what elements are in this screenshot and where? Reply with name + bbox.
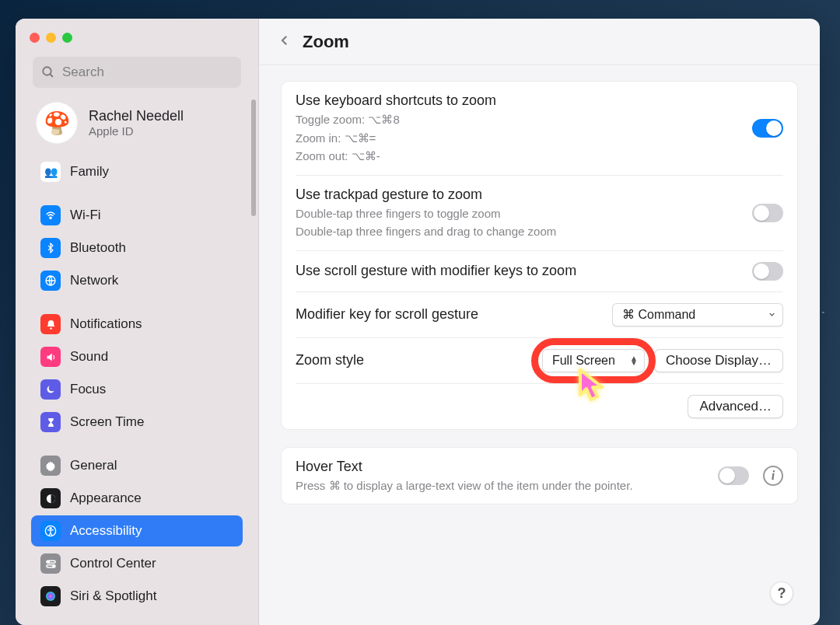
svg-point-10 bbox=[47, 560, 49, 562]
sidebar-item-accessibility[interactable]: Accessibility bbox=[31, 515, 243, 546]
gear-icon bbox=[40, 456, 61, 476]
sidebar: 🍄 Rachel Needell Apple ID 👥 Family Wi-Fi bbox=[16, 19, 259, 625]
search-input[interactable] bbox=[33, 57, 241, 88]
row-trackpad-gesture: Use trackpad gesture to zoom Double-tap … bbox=[296, 176, 783, 251]
close-window-button[interactable] bbox=[30, 33, 40, 43]
row-desc: Press ⌘ to display a large-text view of … bbox=[296, 478, 633, 494]
row-advanced: Advanced… bbox=[296, 384, 783, 429]
svg-point-2 bbox=[50, 217, 51, 218]
sidebar-item-label: Sound bbox=[70, 349, 108, 365]
row-title: Use trackpad gesture to zoom bbox=[296, 187, 556, 203]
accessibility-icon bbox=[40, 521, 61, 541]
row-desc: Double-tap three fingers to toggle zoom bbox=[296, 206, 556, 222]
choose-display-button[interactable]: Choose Display… bbox=[654, 349, 783, 372]
keyboard-shortcuts-toggle[interactable] bbox=[752, 119, 783, 138]
row-desc: Double-tap three fingers and drag to cha… bbox=[296, 224, 556, 239]
hover-text-card: Hover Text Press ⌘ to display a large-te… bbox=[281, 447, 798, 505]
svg-line-1 bbox=[50, 74, 53, 77]
sidebar-item-label: Family bbox=[70, 164, 109, 180]
scroll-gesture-toggle[interactable] bbox=[752, 262, 783, 281]
sidebar-item-siri[interactable]: Siri & Spotlight bbox=[31, 581, 243, 612]
trackpad-gesture-toggle[interactable] bbox=[752, 204, 783, 222]
row-desc: Toggle zoom: ⌥⌘8 bbox=[296, 112, 496, 127]
modifier-key-select[interactable]: ⌘ Command bbox=[612, 303, 783, 326]
sidebar-item-label: Accessibility bbox=[70, 523, 142, 539]
sidebar-item-label: Focus bbox=[70, 382, 106, 397]
advanced-button[interactable]: Advanced… bbox=[688, 395, 783, 418]
search-icon bbox=[41, 65, 55, 82]
family-icon: 👥 bbox=[40, 162, 61, 182]
siri-icon bbox=[40, 586, 61, 606]
sidebar-item-controlcenter[interactable]: Control Center bbox=[31, 548, 243, 579]
titlebar: Zoom bbox=[259, 19, 820, 65]
zoom-style-select[interactable]: Full Screen ▲▼ bbox=[542, 349, 645, 372]
chevron-down-icon bbox=[768, 308, 776, 322]
sidebar-item-label: Screen Time bbox=[70, 414, 144, 430]
select-value: ⌘ Command bbox=[622, 307, 695, 322]
fullscreen-window-button[interactable] bbox=[62, 33, 72, 43]
sidebar-item-general[interactable]: General bbox=[31, 450, 243, 481]
bell-icon bbox=[40, 314, 61, 334]
row-title: Zoom style bbox=[296, 352, 533, 368]
back-button[interactable] bbox=[278, 32, 292, 52]
row-keyboard-shortcuts: Use keyboard shortcuts to zoom Toggle zo… bbox=[296, 82, 783, 176]
sidebar-item-wifi[interactable]: Wi-Fi bbox=[31, 200, 243, 231]
row-zoom-style: Zoom style Full Screen ▲▼ Choose Display… bbox=[296, 338, 783, 384]
sidebar-item-notifications[interactable]: Notifications bbox=[31, 309, 243, 340]
sidebar-scrollbar[interactable] bbox=[251, 100, 256, 216]
row-scroll-gesture: Use scroll gesture with modifier keys to… bbox=[296, 251, 783, 292]
zoom-settings-card: Use keyboard shortcuts to zoom Toggle zo… bbox=[281, 81, 798, 430]
sidebar-item-label: Notifications bbox=[70, 316, 142, 332]
wifi-icon bbox=[40, 205, 61, 225]
sidebar-item-label: General bbox=[70, 458, 117, 473]
sidebar-item-family[interactable]: 👥 Family bbox=[31, 156, 243, 187]
sidebar-item-label: Wi-Fi bbox=[70, 208, 101, 223]
sidebar-item-sound[interactable]: Sound bbox=[31, 341, 243, 372]
sidebar-list: 👥 Family Wi-Fi Bluetooth Netwo bbox=[25, 156, 249, 612]
sidebar-item-appearance[interactable]: Appearance bbox=[31, 483, 243, 514]
appearance-icon bbox=[40, 488, 61, 508]
row-title: Use scroll gesture with modifier keys to… bbox=[296, 263, 576, 279]
svg-point-4 bbox=[50, 327, 52, 330]
speaker-icon bbox=[40, 347, 61, 367]
chevron-updown-icon: ▲▼ bbox=[630, 356, 638, 365]
switches-icon bbox=[40, 553, 61, 574]
svg-point-0 bbox=[43, 67, 51, 75]
settings-window: 🍄 Rachel Needell Apple ID 👥 Family Wi-Fi bbox=[16, 19, 820, 625]
sidebar-item-bluetooth[interactable]: Bluetooth bbox=[31, 232, 243, 264]
globe-icon bbox=[40, 271, 61, 291]
sidebar-item-label: Control Center bbox=[70, 556, 156, 571]
main-pane: Zoom Use keyboard shortcuts to zoom Togg… bbox=[259, 19, 820, 625]
svg-point-13 bbox=[46, 592, 55, 601]
row-title: Modifier key for scroll gesture bbox=[296, 306, 478, 323]
row-title: Use keyboard shortcuts to zoom bbox=[296, 93, 496, 109]
row-desc: Zoom out: ⌥⌘- bbox=[296, 148, 496, 164]
hover-text-toggle[interactable] bbox=[718, 466, 749, 485]
svg-point-8 bbox=[50, 528, 51, 529]
row-desc: Zoom in: ⌥⌘= bbox=[296, 131, 496, 146]
hourglass-icon bbox=[40, 412, 61, 432]
sidebar-item-label: Appearance bbox=[70, 491, 142, 506]
avatar: 🍄 bbox=[36, 102, 78, 144]
sidebar-item-screentime[interactable]: Screen Time bbox=[31, 407, 243, 438]
account-sub: Apple ID bbox=[89, 124, 184, 138]
select-value: Full Screen bbox=[552, 354, 615, 368]
account-name: Rachel Needell bbox=[89, 108, 184, 124]
page-title: Zoom bbox=[303, 32, 349, 52]
svg-point-12 bbox=[52, 565, 54, 567]
row-modifier-key: Modifier key for scroll gesture ⌘ Comman… bbox=[296, 292, 783, 338]
content: Use keyboard shortcuts to zoom Toggle zo… bbox=[259, 65, 820, 625]
minimize-window-button[interactable] bbox=[46, 33, 56, 43]
window-controls bbox=[25, 31, 249, 57]
help-button[interactable]: ? bbox=[770, 581, 793, 605]
sidebar-item-focus[interactable]: Focus bbox=[31, 374, 243, 405]
sidebar-item-label: Network bbox=[70, 273, 118, 288]
sidebar-item-network[interactable]: Network bbox=[31, 265, 243, 296]
account-row[interactable]: 🍄 Rachel Needell Apple ID bbox=[25, 99, 249, 156]
sidebar-item-label: Bluetooth bbox=[70, 240, 126, 256]
info-button[interactable]: i bbox=[763, 466, 783, 486]
row-title: Hover Text bbox=[296, 459, 633, 475]
bluetooth-icon bbox=[40, 238, 61, 258]
moon-icon bbox=[40, 379, 61, 400]
sidebar-item-label: Siri & Spotlight bbox=[70, 588, 157, 604]
